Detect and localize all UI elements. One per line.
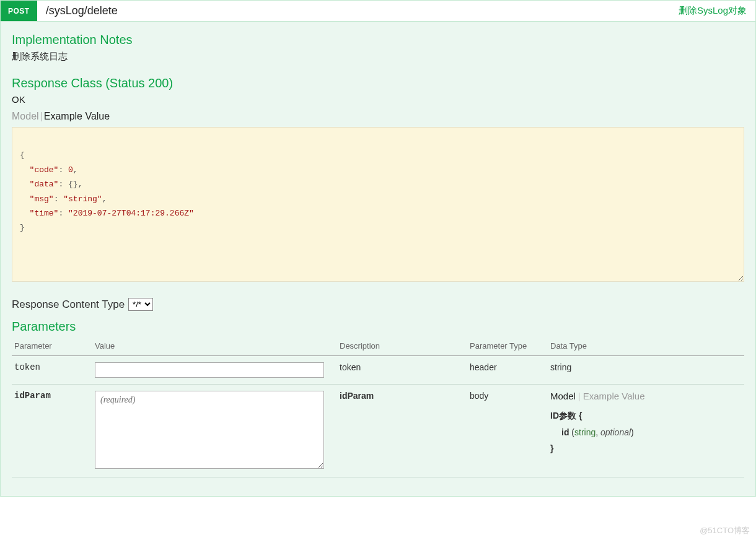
operation-summary[interactable]: 删除SysLog对象: [670, 1, 755, 21]
th-data-type: Data Type: [548, 338, 744, 356]
table-row: idParam idParam body Model|Example Value…: [12, 385, 744, 477]
tab-example-value[interactable]: Example Value: [44, 111, 110, 121]
parameters-table: Parameter Value Description Parameter Ty…: [12, 338, 744, 477]
content-type-row: Response Content Type */*: [12, 298, 744, 311]
th-description: Description: [337, 338, 467, 356]
model-field-optional: optional: [600, 427, 631, 437]
implementation-notes-text: 删除系统日志: [12, 51, 744, 63]
example-time: 2019-07-27T04:17:29.266Z: [73, 209, 189, 218]
th-parameter-type: Parameter Type: [467, 338, 548, 356]
idparam-textarea[interactable]: [95, 391, 324, 469]
parameters-title: Parameters: [12, 320, 744, 334]
model-field-id: id: [561, 427, 569, 437]
implementation-notes-title: Implementation Notes: [12, 33, 744, 47]
param-name-token: token: [12, 356, 92, 385]
model-tab-example[interactable]: Example Value: [583, 391, 645, 401]
content-type-label: Response Content Type: [12, 298, 125, 311]
response-example-box[interactable]: { "code": 0, "data": {}, "msg": "string"…: [12, 127, 744, 282]
param-datatype-token: string: [548, 356, 744, 385]
th-value: Value: [92, 338, 337, 356]
table-row: token token header string: [12, 356, 744, 385]
endpoint-path[interactable]: /sysLog/delete: [37, 1, 670, 21]
response-status-text: OK: [12, 94, 744, 105]
param-type-idparam: body: [467, 385, 548, 477]
tab-model[interactable]: Model: [12, 111, 39, 121]
th-parameter: Parameter: [12, 338, 92, 356]
response-tabs: Model|Example Value: [12, 111, 744, 122]
model-schema: ID参数 { id (string, optional) }: [550, 407, 738, 457]
param-name-idparam: idParam: [12, 385, 92, 477]
content-type-select[interactable]: */*: [128, 298, 153, 311]
model-tabs: Model|Example Value: [550, 391, 738, 401]
operation-body: Implementation Notes 删除系统日志 Response Cla…: [0, 22, 756, 497]
example-code: 0: [68, 165, 73, 175]
model-field-type: string: [574, 427, 596, 437]
param-desc-token: token: [337, 356, 467, 385]
response-class-title: Response Class (Status 200): [12, 76, 744, 90]
param-type-token: header: [467, 356, 548, 385]
token-input[interactable]: [95, 362, 324, 378]
param-desc-idparam: idParam: [337, 385, 467, 477]
model-title: ID参数: [550, 411, 576, 420]
operation-header[interactable]: POST /sysLog/delete 删除SysLog对象: [0, 0, 756, 22]
model-tab-model[interactable]: Model: [550, 391, 576, 401]
http-method-badge: POST: [1, 1, 37, 21]
example-msg: string: [68, 194, 97, 204]
